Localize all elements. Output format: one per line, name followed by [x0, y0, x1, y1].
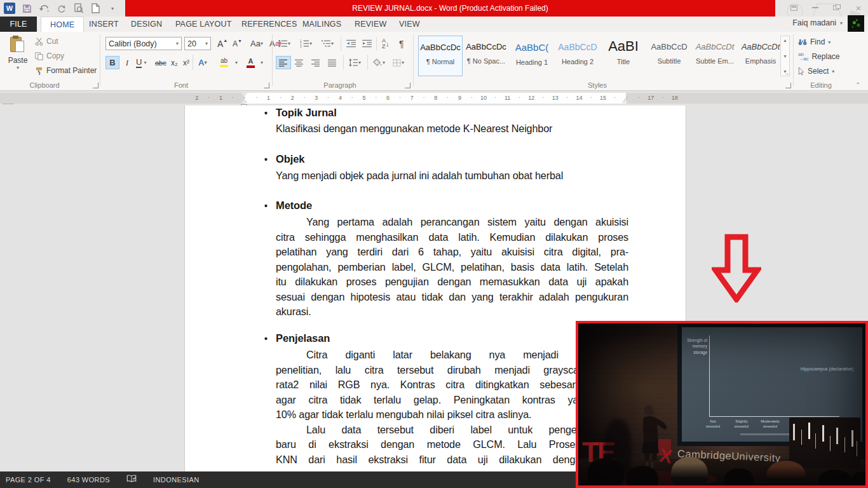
- style-title[interactable]: AaBI Title: [601, 36, 646, 76]
- proofing-icon[interactable]: [126, 474, 137, 485]
- justify-button[interactable]: [325, 56, 339, 69]
- bold-button[interactable]: B: [105, 56, 119, 69]
- styles-dialog-launcher-icon[interactable]: [785, 83, 791, 88]
- tab-file[interactable]: FILE: [0, 17, 37, 32]
- undo-icon[interactable]: [38, 3, 50, 14]
- strikethrough-button[interactable]: abc: [153, 56, 169, 69]
- style-emphasis[interactable]: AaBbCcDt Emphasis: [738, 36, 783, 76]
- change-case-button[interactable]: Aa▾: [248, 37, 266, 50]
- format-painter-icon: [35, 67, 43, 75]
- clipboard-dialog-launcher-icon[interactable]: [93, 83, 98, 88]
- copy-button[interactable]: Copy: [35, 51, 64, 60]
- font-color-button[interactable]: A: [244, 56, 257, 69]
- align-left-button[interactable]: [276, 56, 291, 69]
- ruler-tick: ·: [543, 94, 545, 100]
- italic-button[interactable]: I: [121, 56, 133, 69]
- style-subtitle[interactable]: AaBbCcD Subtitle: [647, 36, 691, 76]
- bullet-list-icon: [278, 39, 288, 48]
- style-heading-2[interactable]: AaBbCcD Heading 2: [555, 36, 600, 76]
- first-line-indent-marker[interactable]: [241, 93, 247, 97]
- collapse-ribbon-icon[interactable]: ⌃: [855, 81, 860, 88]
- grow-font-button[interactable]: A▲: [215, 37, 230, 50]
- align-right-button[interactable]: [309, 56, 323, 69]
- shrink-font-button[interactable]: A▼: [230, 37, 245, 50]
- highlight-caret[interactable]: ▾: [233, 56, 240, 69]
- tab-home[interactable]: HOME: [41, 17, 84, 32]
- minimize-icon[interactable]: [808, 3, 822, 13]
- superscript-button[interactable]: x²: [180, 56, 192, 69]
- ruler-tick: 5: [362, 95, 365, 101]
- ruler-tick: ·: [519, 94, 520, 100]
- font-color-caret[interactable]: ▾: [258, 56, 266, 69]
- tab-mailings[interactable]: MAILINGS: [294, 17, 350, 32]
- align-left-icon: [279, 59, 288, 67]
- quick-access-toolbar: W ▾: [4, 2, 118, 15]
- tab-insert[interactable]: INSERT: [80, 17, 128, 32]
- font-dialog-launcher-icon[interactable]: [264, 83, 269, 88]
- right-indent-marker[interactable]: [622, 98, 628, 103]
- tab-design[interactable]: DESIGN: [122, 17, 171, 32]
- align-center-button[interactable]: [292, 56, 306, 69]
- tab-review[interactable]: REVIEW: [346, 17, 396, 32]
- ruler-tick: 1: [219, 95, 222, 101]
- window-title: REVIEW JURNAL.docx - Word (Product Activ…: [125, 0, 775, 17]
- ruler-tick: 17: [648, 95, 654, 101]
- subscript-button[interactable]: x₂: [168, 56, 180, 69]
- show-paragraph-marks-button[interactable]: ¶: [397, 37, 407, 50]
- tab-page-layout[interactable]: PAGE LAYOUT: [166, 17, 241, 32]
- ruler-bar[interactable]: 2·1···1·2·3·4·5·6·7·8·9·10·11·12·13·14·1…: [0, 93, 868, 104]
- section-heading: •Metode: [264, 200, 312, 212]
- body-line: citra sehingga menghasilkan data latih. …: [276, 230, 628, 245]
- ruler-tick: 15: [600, 95, 606, 101]
- borders-icon: [393, 59, 402, 67]
- multilevel-list-button[interactable]: ▾: [319, 37, 336, 50]
- styles-gallery-scroll[interactable]: ▲ ▼ ▼̲: [780, 36, 790, 76]
- account-menu[interactable]: Faiq madani ▾: [792, 18, 843, 27]
- page-indicator[interactable]: PAGE 2 OF 4: [6, 476, 51, 484]
- hanging-indent-marker[interactable]: [241, 98, 247, 103]
- new-document-icon[interactable]: [90, 3, 101, 14]
- numbering-button[interactable]: 123 ▾: [297, 37, 315, 50]
- restore-icon[interactable]: [830, 3, 844, 13]
- print-preview-icon[interactable]: [72, 3, 84, 14]
- avatar[interactable]: [848, 15, 864, 32]
- tab-view[interactable]: VIEW: [390, 17, 429, 32]
- copy-icon: [35, 52, 43, 60]
- style-heading-1[interactable]: AaBbC( Heading 1: [510, 36, 554, 76]
- ruler-tick: ·: [280, 94, 281, 100]
- style-normal[interactable]: AaBbCcDc ¶ Normal: [418, 36, 463, 76]
- shading-button[interactable]: ▾: [370, 56, 388, 69]
- decrease-indent-button[interactable]: [344, 37, 359, 50]
- font-size-select[interactable]: 20▾: [184, 37, 211, 50]
- underline-button[interactable]: U▾: [133, 56, 149, 69]
- save-icon[interactable]: [21, 3, 32, 14]
- increase-indent-button[interactable]: [360, 37, 375, 50]
- paste-button[interactable]: Paste ▾: [5, 36, 31, 71]
- ruler-tick: 2: [195, 95, 198, 101]
- borders-button[interactable]: ▾: [390, 56, 407, 69]
- video-overlay[interactable]: Strength of memory storage Hippocampus (…: [576, 321, 868, 488]
- close-icon[interactable]: ×: [851, 3, 865, 13]
- format-painter-button[interactable]: Format Painter: [35, 66, 97, 75]
- language-indicator[interactable]: INDONESIAN: [153, 476, 199, 484]
- find-button[interactable]: Find▾: [798, 37, 831, 46]
- redo-icon[interactable]: [55, 3, 67, 14]
- line-spacing-button[interactable]: ▾: [346, 56, 363, 69]
- select-button[interactable]: Select▾: [798, 67, 834, 76]
- style-no-spacing[interactable]: AaBbCcDc ¶ No Spac...: [464, 36, 508, 76]
- sort-button[interactable]: AZ↓: [379, 37, 392, 50]
- svg-text:3: 3: [300, 45, 302, 48]
- ribbon-display-options-icon[interactable]: [787, 3, 801, 13]
- text-effects-button[interactable]: A▾: [196, 56, 209, 69]
- word-count[interactable]: 643 WORDS: [67, 476, 110, 484]
- paragraph-dialog-launcher-icon[interactable]: [405, 83, 410, 88]
- customize-qat-icon[interactable]: ▾: [107, 3, 118, 14]
- highlight-color-button[interactable]: ab: [217, 56, 231, 69]
- style-subtle-emphasis[interactable]: AaBbCcDt Subtle Em...: [693, 36, 737, 76]
- ruler-tick: ·: [208, 94, 210, 100]
- font-name-select[interactable]: Calibri (Body)▾: [105, 37, 182, 50]
- bullet-icon: •: [264, 108, 276, 118]
- replace-button[interactable]: ab→ac Replace: [798, 52, 839, 61]
- bullets-button[interactable]: ▾: [276, 37, 293, 50]
- cut-button[interactable]: Cut: [35, 37, 58, 46]
